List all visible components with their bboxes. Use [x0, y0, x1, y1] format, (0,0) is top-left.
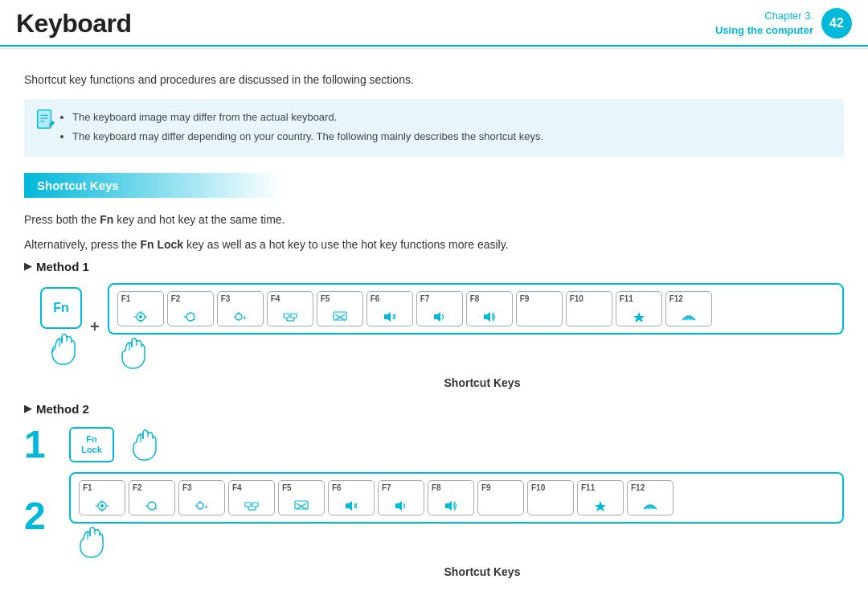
svg-marker-25 [384, 312, 391, 322]
key2-f3: F3 + [178, 480, 225, 515]
f2-icon-2: - [145, 499, 159, 512]
key-f9: F9 [516, 291, 563, 326]
key2-f7: F7 [378, 480, 424, 515]
fn-key: Fn [40, 287, 82, 329]
key2-f1: F1 [79, 480, 125, 515]
svg-rect-22 [334, 312, 346, 320]
svg-marker-28 [434, 312, 440, 322]
key-f8: F8 [466, 291, 513, 326]
svg-point-32 [100, 504, 104, 507]
fn-bold: Fn [100, 213, 113, 226]
svg-rect-49 [295, 501, 308, 509]
hand-icon-step1 [127, 426, 158, 463]
svg-point-13 [235, 314, 242, 320]
key2-f8: F8 [428, 480, 474, 515]
f7-icon-2 [394, 499, 408, 512]
chapter-text-block: Chapter 3. Using the computer [715, 9, 813, 38]
f6-icon [383, 310, 397, 323]
fn-lock-key: FnLock [69, 427, 114, 462]
method2-label: Method 2 [36, 402, 89, 416]
main-content: Shortcut key functions and procedures ar… [0, 57, 868, 607]
page-number: 42 [821, 8, 852, 39]
page-title: Keyboard [16, 9, 132, 39]
method1-heading: Method 1 [24, 260, 844, 273]
svg-marker-30 [633, 312, 645, 322]
f12-icon [681, 310, 697, 323]
key-f3: F3 + [217, 291, 264, 326]
shortcut-keys-label-1: Shortcut Keys [24, 376, 844, 389]
fn-lock-bold: Fn Lock [140, 238, 183, 251]
hand-icon-1 [46, 331, 76, 368]
key2-f12: F12 [627, 480, 674, 515]
key-f7: F7 [416, 291, 463, 326]
f12-icon-2 [642, 499, 658, 512]
header-divider [0, 48, 868, 49]
f5-icon [333, 310, 347, 323]
method1-diagram: Fn + F1 [24, 283, 844, 372]
svg-text:-: - [155, 504, 158, 511]
chapter-name: Using the computer [715, 23, 813, 38]
key2-f9: F9 [477, 480, 524, 515]
svg-rect-44 [245, 503, 251, 507]
step1-number: 1 [24, 425, 56, 464]
key2-f6: F6 [328, 480, 375, 515]
svg-text:-: - [194, 315, 196, 322]
f4-icon [283, 310, 297, 323]
key-f5: F5 [317, 291, 363, 326]
f8-icon-2 [444, 499, 458, 512]
f1-icon-2 [95, 499, 109, 512]
svg-point-40 [197, 503, 203, 509]
svg-rect-18 [291, 314, 297, 318]
step2-number: 2 [24, 497, 56, 536]
f2-icon: - [183, 310, 198, 323]
f4-icon-2 [244, 499, 259, 512]
note-item-2: The keyboard may differ depending on you… [72, 128, 831, 146]
f7-icon [432, 310, 447, 323]
f1-icon [133, 310, 148, 323]
svg-text:+: + [243, 314, 247, 322]
f3-icon-2: + [194, 499, 209, 512]
step1-row: 1 FnLock [24, 425, 844, 464]
key-f4: F4 [267, 291, 313, 326]
method2-heading: Method 2 [24, 402, 844, 416]
f8-icon [482, 310, 497, 323]
key-f1: F1 [117, 291, 164, 326]
svg-text:+: + [204, 503, 208, 511]
key-f12: F12 [665, 291, 712, 326]
key2-f4: F4 [228, 480, 275, 515]
f5-icon-2 [294, 499, 309, 512]
keyboard-row-1: F1 F2 - [108, 283, 844, 335]
svg-rect-0 [38, 110, 51, 128]
svg-rect-45 [252, 503, 258, 507]
key-f6: F6 [366, 291, 413, 326]
chapter-label: Chapter 3. [715, 9, 813, 23]
svg-marker-57 [595, 501, 606, 511]
svg-marker-55 [395, 501, 402, 511]
page-header: Keyboard Chapter 3. Using the computer 4… [0, 0, 868, 47]
key2-f2: F2 - [129, 480, 175, 515]
note-list: The keyboard image may differ from the a… [64, 109, 831, 146]
svg-marker-52 [346, 501, 352, 511]
key-f11: F11 [616, 291, 662, 326]
key2-f5: F5 [278, 480, 325, 515]
method1-label: Method 1 [36, 260, 89, 273]
key-f10: F10 [566, 291, 612, 326]
svg-rect-17 [284, 314, 289, 318]
svg-marker-29 [484, 312, 490, 322]
svg-point-5 [139, 315, 142, 318]
section-header: Shortcut Keys [24, 173, 281, 198]
chapter-info: Chapter 3. Using the computer 42 [715, 8, 852, 39]
f11-icon-2 [593, 499, 608, 512]
body-text-2: Alternatively, press the Fn Lock key as … [24, 236, 844, 253]
f6-icon-2 [344, 499, 358, 512]
body-text-1: Press both the Fn key and hot key at the… [24, 211, 844, 228]
hand-icon-step2 [74, 524, 104, 561]
key2-f11: F11 [577, 480, 624, 515]
key-f2: F2 - [167, 291, 214, 326]
step2-row: 2 F1 [24, 472, 844, 561]
note-icon [34, 109, 56, 131]
f11-icon [632, 310, 646, 323]
plus-sign-1: + [90, 318, 100, 336]
keyboard-row-2: F1 F2 [69, 472, 844, 524]
intro-text: Shortcut key functions and procedures ar… [24, 73, 844, 86]
